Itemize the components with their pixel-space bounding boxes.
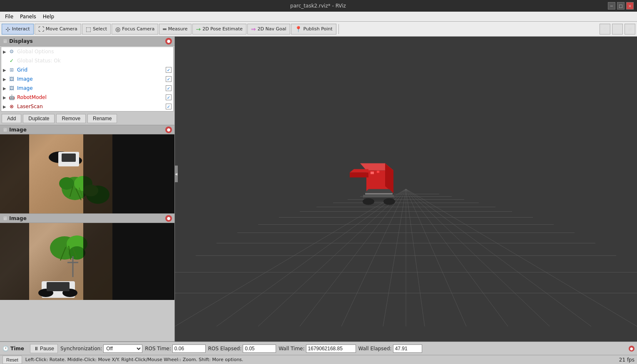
image-panel-1-close[interactable]: ● (165, 126, 172, 133)
ros-time-input[interactable] (172, 344, 206, 353)
ros-elapsed-label: ROS Elapsed: (208, 346, 241, 352)
sync-select[interactable]: Off Exact Approximate (103, 344, 142, 353)
display-list: ▶ ⚙ Global Options ▶ ✓ Global Status: Ok… (1, 47, 174, 111)
grid-label: Grid (17, 67, 166, 73)
menu-file[interactable]: File (2, 13, 17, 20)
minimize-button[interactable]: − (608, 2, 615, 10)
view-mode-button[interactable]: ◉ (625, 24, 635, 35)
duplicate-display-button[interactable]: Duplicate (23, 114, 55, 123)
remove-display-button[interactable]: Remove (56, 114, 86, 123)
grid-checkbox[interactable]: ✓ (166, 67, 172, 73)
image-2-checkbox[interactable]: ✓ (166, 85, 172, 91)
pause-label: Pause (40, 346, 54, 352)
image-panel-2: 🖥 Image ● (0, 214, 174, 342)
image-panel-1: 🖥 Image ● (0, 125, 174, 214)
display-item-laser-scan[interactable]: ▶ ⊗ LaserScan ✓ (1, 102, 173, 111)
ros-time-label: ROS Time: (145, 346, 171, 352)
display-item-robot-model[interactable]: ▶ 🤖 RobotModel ✓ (1, 93, 173, 102)
svg-rect-69 (363, 195, 394, 198)
reset-button[interactable]: Reset (2, 356, 22, 364)
sync-field: Synchronization: Off Exact Approximate (60, 344, 142, 353)
display-item-image-1[interactable]: ▶ 🖼 Image ✓ (1, 74, 173, 84)
displays-panel-icon: 🖥 (2, 38, 7, 44)
image-panel-1-header: 🖥 Image ● (0, 125, 174, 134)
svg-rect-68 (365, 193, 393, 195)
image-panel-2-title: Image (9, 215, 27, 221)
global-options-label: Global Options (17, 49, 172, 54)
status-bar: Reset Left-Click: Rotate. Middle-Click: … (0, 355, 637, 364)
svg-rect-66 (371, 172, 374, 174)
gear-icon: ⚙ (8, 48, 15, 55)
image-side-black-2 (112, 223, 174, 300)
tool-nav-goal[interactable]: ⇒ 2D Nav Goal (247, 24, 290, 35)
image-panel-1-header-left: 🖥 Image (2, 127, 27, 133)
maximize-button[interactable]: □ (617, 2, 625, 10)
ros-elapsed-input[interactable] (243, 344, 276, 353)
robot-model-checkbox[interactable]: ✓ (166, 94, 172, 100)
tool-interact[interactable]: ⊹ Interact (2, 24, 34, 35)
tool-publish-point[interactable]: 📍 Publish Point (291, 24, 336, 35)
global-status-label: Global Status: Ok (17, 58, 172, 64)
image-icon-2: 🖼 (8, 84, 15, 92)
wall-time-input[interactable] (306, 344, 356, 353)
image-1-checkbox[interactable]: ✓ (166, 76, 172, 82)
grid-icon: ⊞ (8, 66, 15, 74)
image-panel-2-icon: 🖥 (2, 215, 7, 221)
robot-icon: 🤖 (8, 94, 15, 101)
display-buttons: Add Duplicate Remove Rename (0, 112, 174, 125)
window-controls: − □ × (608, 2, 634, 10)
wall-elapsed-label: Wall Elapsed: (358, 346, 392, 352)
close-button[interactable]: × (626, 2, 634, 10)
svg-rect-60 (350, 173, 368, 178)
fps-display: 21 fps (619, 357, 635, 363)
tool-pose-estimate-label: 2D Pose Estimate (202, 26, 243, 32)
viewport-grid-svg: .grid-line { stroke: #666; stroke-width:… (175, 37, 637, 342)
tool-move-camera[interactable]: ⛶ Move Camera (35, 24, 81, 35)
displays-panel-close[interactable]: ● (165, 38, 172, 45)
laser-scan-checkbox[interactable]: ✓ (166, 104, 172, 109)
arrow-global-options: ▶ (3, 50, 8, 54)
display-item-grid[interactable]: ▶ ⊞ Grid ✓ (1, 65, 173, 74)
wall-elapsed-field: Wall Elapsed: (358, 344, 422, 353)
tool-move-camera-label: Move Camera (46, 26, 77, 32)
tool-measure[interactable]: ═ Measure (159, 24, 191, 35)
wall-elapsed-input[interactable] (393, 344, 422, 353)
tool-focus-camera[interactable]: ◎ Focus Camera (112, 24, 158, 35)
displays-panel-header: 🖥 Displays ● (0, 37, 174, 46)
add-display-button[interactable]: Add (2, 114, 21, 123)
3d-viewport[interactable]: .grid-line { stroke: #666; stroke-width:… (175, 37, 637, 342)
tool-select[interactable]: ⬚ Select (82, 24, 111, 35)
camera-image-1 (0, 134, 112, 213)
time-panel-title: Time (10, 346, 24, 352)
tool-pose-estimate[interactable]: → 2D Pose Estimate (192, 24, 246, 35)
display-item-global-options[interactable]: ▶ ⚙ Global Options (1, 47, 173, 56)
menu-panels[interactable]: Panels (17, 13, 40, 20)
ros-elapsed-field: ROS Elapsed: (208, 344, 276, 353)
arrow-image-1: ▶ (3, 77, 8, 82)
wall-time-field: Wall Time: (279, 344, 356, 353)
focus-camera-icon: ◎ (115, 26, 120, 32)
pause-button[interactable]: ⏸ Pause (30, 344, 58, 353)
camera-image-2 (0, 223, 112, 300)
rename-display-button[interactable]: Rename (87, 114, 117, 123)
toolbar: ⊹ Interact ⛶ Move Camera ⬚ Select ◎ Focu… (0, 22, 637, 37)
panel-collapse-handle[interactable]: ◀ (174, 166, 178, 182)
display-item-image-2[interactable]: ▶ 🖼 Image ✓ (1, 84, 173, 93)
time-panel-close[interactable]: ● (629, 346, 635, 352)
move-camera-icon: ⛶ (38, 26, 44, 32)
svg-rect-14 (83, 134, 112, 213)
image-panel-2-header: 🖥 Image ● (0, 214, 174, 223)
menu-help[interactable]: Help (40, 13, 57, 20)
image-panel-2-close[interactable]: ● (165, 215, 172, 222)
publish-point-icon: 📍 (295, 26, 302, 32)
main-area: 🖥 Displays ● ▶ ⚙ Global Options ▶ ✓ Glob… (0, 37, 637, 342)
time-panel-header: 🕐 Time (2, 346, 24, 352)
nav-goal-icon: ⇒ (251, 26, 256, 32)
tool-select-label: Select (93, 26, 107, 32)
zoom-out-button[interactable]: − (612, 24, 623, 35)
tool-interact-label: Interact (12, 26, 30, 32)
toolbar-separator (338, 24, 339, 34)
laser-icon: ⊗ (8, 103, 15, 110)
display-item-global-status[interactable]: ▶ ✓ Global Status: Ok (1, 56, 173, 65)
zoom-in-button[interactable]: ✛ (600, 24, 610, 35)
